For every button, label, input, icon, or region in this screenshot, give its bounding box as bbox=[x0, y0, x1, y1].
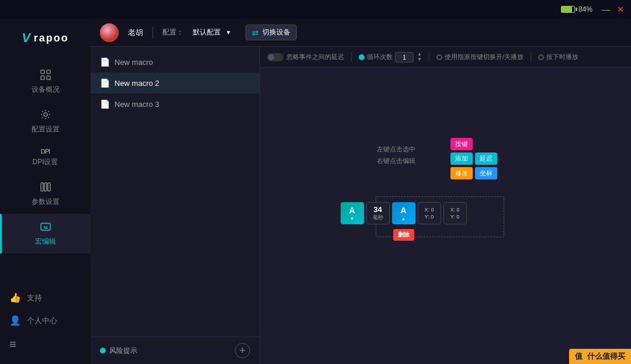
key-button[interactable]: 按键 bbox=[450, 138, 473, 150]
add-button[interactable]: 添加 bbox=[450, 152, 473, 165]
edit-button[interactable]: 修改 bbox=[450, 167, 473, 179]
tooltip-line-2: 右键点击编辑 bbox=[377, 155, 415, 167]
sidebar-item-menu[interactable]: ≡ bbox=[0, 332, 91, 357]
sidebar-item-dpi[interactable]: DPI DPI设置 bbox=[0, 141, 91, 174]
macro-footer: 风险提示 + bbox=[91, 337, 259, 364]
key-a1-label: A bbox=[349, 206, 355, 215]
user-name: 老胡 bbox=[128, 27, 143, 38]
minimize-button[interactable]: — bbox=[602, 5, 610, 13]
overview-icon bbox=[40, 69, 51, 82]
svg-rect-6 bbox=[44, 183, 47, 191]
sidebar-item-profile[interactable]: 👤 个人中心 bbox=[0, 309, 91, 332]
macro-icon: M bbox=[40, 221, 51, 234]
add-icon: + bbox=[240, 345, 246, 356]
content-area: 老胡 配置： 默认配置 ▼ ⇄ 切换设备 📄 New macro bbox=[91, 19, 631, 364]
macro-name-2: New macro 2 bbox=[115, 79, 160, 88]
sidebar-item-profile-label: 个人中心 bbox=[27, 316, 57, 326]
toggle-switch[interactable] bbox=[267, 53, 283, 61]
header-divider bbox=[152, 27, 153, 39]
action-buttons: 按键 添加 延迟 修改 坐标 bbox=[450, 138, 497, 179]
battery-indicator: 84% bbox=[561, 5, 592, 13]
battery-fill bbox=[561, 6, 572, 12]
battery-level: 84% bbox=[578, 5, 592, 13]
battery-icon bbox=[561, 6, 575, 13]
config-name: 默认配置 bbox=[193, 27, 221, 37]
sidebar-item-overview-label: 设备概况 bbox=[32, 85, 60, 95]
sidebar-item-params[interactable]: 参数设置 bbox=[0, 174, 91, 214]
button-row-2: 添加 延迟 bbox=[450, 152, 497, 165]
avatar bbox=[100, 23, 119, 42]
config-dropdown[interactable]: 默认配置 ▼ bbox=[193, 27, 231, 37]
ignore-delay-toggle[interactable]: 忽略事件之间的延迟 bbox=[267, 53, 344, 61]
delay-unit: 毫秒 bbox=[373, 214, 383, 221]
config-label: 配置： bbox=[162, 27, 183, 37]
sidebar-item-support[interactable]: 👍 支持 bbox=[0, 286, 91, 309]
risk-label: 风险提示 bbox=[109, 346, 137, 356]
coord-tile-2[interactable]: X: 0 Y: 0 bbox=[443, 202, 467, 224]
macro-list: 📄 New macro 📄 New macro 2 📄 New macro 3 bbox=[91, 47, 259, 337]
delete-tile: 删除 bbox=[393, 229, 414, 241]
coord-tile-1[interactable]: X: 0 Y: 0 bbox=[418, 202, 441, 224]
press-play-group: 按下时播放 bbox=[538, 53, 578, 61]
delete-button[interactable]: 删除 bbox=[393, 229, 414, 241]
dpi-icon: DPI bbox=[41, 148, 50, 155]
watermark-text: 什么值得买 bbox=[587, 352, 625, 360]
svg-rect-7 bbox=[48, 183, 50, 191]
sidebar-item-config[interactable]: 配置设置 bbox=[0, 102, 91, 141]
button-row-3: 修改 坐标 bbox=[450, 167, 497, 179]
sidebar-item-macro[interactable]: M 宏编辑 bbox=[0, 214, 91, 254]
watermark: 值 什么值得买 bbox=[569, 349, 631, 364]
logo-text: rapoo bbox=[34, 32, 69, 44]
delay-button[interactable]: 延迟 bbox=[475, 152, 497, 165]
file-icon-1: 📄 bbox=[100, 57, 110, 67]
app-wrapper: V rapoo 设备概况 配置设置 bbox=[0, 19, 631, 364]
coord-button[interactable]: 坐标 bbox=[475, 167, 497, 179]
editor-panel: 忽略事件之间的延迟 循环次数 ▲ ▼ bbox=[260, 47, 631, 364]
key-a2-caret: ▲ bbox=[401, 216, 406, 221]
macro-item-3[interactable]: 📄 New macro 3 bbox=[91, 93, 259, 115]
key-tile-a2[interactable]: A ▲ 删除 bbox=[392, 202, 415, 224]
key-tile-a1[interactable]: A ▼ bbox=[341, 202, 364, 224]
delay-value: 34 bbox=[373, 205, 382, 214]
risk-dot bbox=[100, 348, 106, 353]
add-macro-button[interactable]: + bbox=[235, 343, 250, 358]
coord2-y: Y: 0 bbox=[450, 214, 460, 220]
key-sequence: A ▼ 34 毫秒 A ▲ bbox=[341, 202, 467, 224]
file-icon-3: 📄 bbox=[100, 99, 110, 109]
svg-rect-3 bbox=[47, 76, 50, 79]
loop-up-icon[interactable]: ▲ ▼ bbox=[417, 52, 422, 62]
delay-tile[interactable]: 34 毫秒 bbox=[366, 202, 390, 224]
switch-device-label: 切换设备 bbox=[262, 27, 290, 37]
editor-canvas: 左键点击选中 右键点击编辑 按键 添加 延迟 bbox=[260, 68, 631, 364]
macro-item-1[interactable]: 📄 New macro bbox=[91, 51, 259, 72]
press-play-radio[interactable] bbox=[538, 54, 544, 60]
key-a1-caret: ▼ bbox=[350, 216, 355, 221]
coord1-x: X: 0 bbox=[424, 207, 434, 213]
switch-device-button[interactable]: ⇄ 切换设备 bbox=[245, 25, 297, 40]
sidebar-item-support-label: 支持 bbox=[27, 293, 42, 303]
toolbar-separator-1 bbox=[351, 53, 352, 62]
close-button[interactable]: ✕ bbox=[617, 5, 624, 13]
svg-rect-1 bbox=[47, 70, 50, 74]
sidebar-item-overview[interactable]: 设备概况 bbox=[0, 62, 91, 102]
toolbar-separator-2 bbox=[429, 53, 429, 62]
sidebar-item-config-label: 配置设置 bbox=[32, 124, 60, 134]
macro-item-2[interactable]: 📄 New macro 2 bbox=[91, 72, 259, 93]
header-bar: 老胡 配置： 默认配置 ▼ ⇄ 切换设备 bbox=[91, 19, 631, 47]
use-finger-label: 使用指派按键切换开/关播放 bbox=[445, 53, 523, 61]
finger-radio[interactable] bbox=[436, 54, 442, 60]
risk-indicator: 风险提示 bbox=[100, 346, 137, 356]
coord1-y: Y: 0 bbox=[425, 214, 434, 220]
toolbar-separator-3 bbox=[531, 53, 531, 62]
sidebar-item-macro-label: 宏编辑 bbox=[35, 237, 56, 247]
chevron-down-icon: ▼ bbox=[226, 29, 231, 36]
button-row-1: 按键 bbox=[450, 138, 497, 150]
svg-point-4 bbox=[44, 113, 47, 116]
avatar-image bbox=[100, 23, 119, 42]
loop-count-input[interactable] bbox=[395, 52, 414, 63]
macro-name-1: New macro bbox=[115, 58, 153, 67]
macro-panel: 📄 New macro 📄 New macro 2 📄 New macro 3 bbox=[91, 47, 260, 364]
main-split: 📄 New macro 📄 New macro 2 📄 New macro 3 bbox=[91, 47, 631, 364]
loop-count-group: 循环次数 ▲ ▼ bbox=[359, 52, 422, 63]
svg-text:M: M bbox=[43, 225, 47, 230]
